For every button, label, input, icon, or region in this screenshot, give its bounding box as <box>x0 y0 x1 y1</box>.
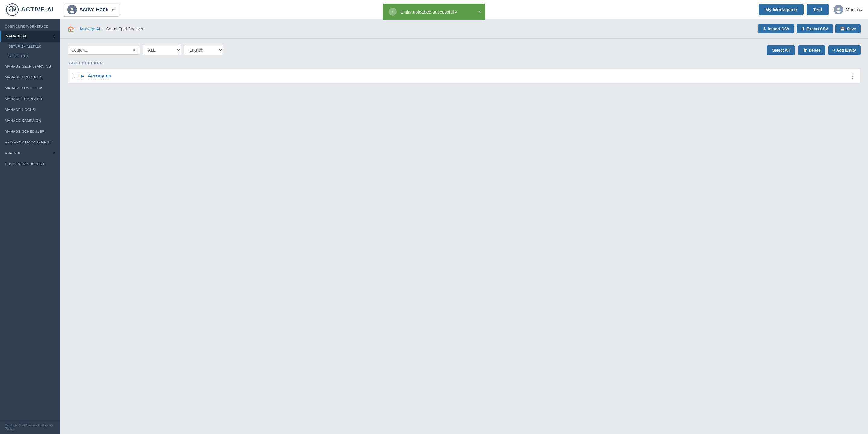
search-box: ✕ <box>67 45 140 55</box>
svg-point-6 <box>836 10 841 13</box>
breadcrumb: 🏠 | Manage AI | Setup SpellChecker <box>67 26 144 32</box>
sidebar-item-exigency-management[interactable]: EXIGENCY MANAGEMENT <box>0 137 60 148</box>
import-csv-button[interactable]: ⬇ Import CSV <box>758 24 794 33</box>
svg-point-5 <box>837 7 840 10</box>
sidebar-configure-section: CONFIGURE WORKSPACE <box>0 19 60 31</box>
filter-select[interactable]: ALL ACTIVE INACTIVE <box>143 44 181 56</box>
save-button[interactable]: 💾 Save <box>835 24 861 33</box>
spellchecker-section-title: SPELLCHECKER <box>67 61 861 65</box>
user-name-label: Morfeus <box>846 7 862 12</box>
logo-area: ACTIVE.AI <box>6 3 54 16</box>
my-workspace-button[interactable]: My Workspace <box>758 4 804 15</box>
language-select[interactable]: English Spanish French German <box>184 44 223 56</box>
svg-point-3 <box>71 7 73 10</box>
sidebar-item-manage-ai[interactable]: MANAGE AI › <box>0 31 60 41</box>
top-navigation: ACTIVE.AI Active Bank ▼ ✓ Entity uploade… <box>0 0 868 19</box>
svg-point-4 <box>70 10 74 13</box>
sidebar-item-manage-self-learning[interactable]: MANAGE SELF LEARNING <box>0 61 60 72</box>
sidebar-item-manage-products[interactable]: MANAGE PRODUCTS <box>0 72 60 83</box>
add-entity-button[interactable]: + Add Entity <box>828 45 861 55</box>
sidebar-item-manage-campaign[interactable]: MANAGE CAMPAIGN <box>0 115 60 126</box>
save-icon: 💾 <box>840 27 845 31</box>
test-button[interactable]: Test <box>807 4 829 15</box>
toast-check-icon: ✓ <box>389 8 397 16</box>
breadcrumb-manage-ai-link[interactable]: Manage AI <box>80 27 100 31</box>
svg-point-2 <box>12 7 16 11</box>
entity-row: ▶ Acronyms ⋮ <box>67 68 861 84</box>
sidebar-item-setup-smalltalk[interactable]: SETUP SMALLTALK <box>0 41 60 51</box>
entity-checkbox[interactable] <box>73 73 78 79</box>
main-content: 🏠 | Manage AI | Setup SpellChecker ⬇ Imp… <box>60 19 868 434</box>
toast-notification: ✓ Entity uploaded successfully × <box>383 4 485 20</box>
entity-expand-icon[interactable]: ▶ <box>81 74 84 79</box>
sidebar-item-manage-scheduler[interactable]: MANAGE SCHEDULER <box>0 126 60 137</box>
delete-button[interactable]: 🗑 Delete <box>798 45 825 55</box>
sidebar-item-analyse[interactable]: ANALYSE › <box>0 148 60 158</box>
toast-message: Entity uploaded successfully <box>400 9 457 14</box>
user-avatar-icon <box>834 5 843 14</box>
sidebar-item-manage-templates[interactable]: MANAGE TEMPLATES <box>0 93 60 104</box>
logo-icon <box>6 3 19 16</box>
sidebar-item-setup-faq[interactable]: SETUP FAQ <box>0 51 60 61</box>
select-all-button[interactable]: Select All <box>767 45 795 55</box>
export-csv-button[interactable]: ⬆ Export CSV <box>797 24 833 33</box>
breadcrumb-bar: 🏠 | Manage AI | Setup SpellChecker ⬇ Imp… <box>60 19 868 38</box>
entity-more-icon[interactable]: ⋮ <box>849 73 856 79</box>
sidebar-footer: Copyright © 2020 Active Intelligence Pte… <box>0 420 60 434</box>
breadcrumb-separator-2: | <box>103 27 104 31</box>
entity-name-label: Acronyms <box>88 73 846 79</box>
sidebar-analyse-arrow-icon: › <box>54 151 56 155</box>
delete-icon: 🗑 <box>803 48 807 53</box>
export-icon: ⬆ <box>801 27 805 31</box>
sidebar-item-manage-hooks[interactable]: MANAGE HOOKS <box>0 104 60 115</box>
content-area: ✕ ALL ACTIVE INACTIVE English Spanish Fr… <box>60 38 868 434</box>
bank-dropdown-arrow-icon: ▼ <box>111 7 115 12</box>
app-logo-text: ACTIVE.AI <box>21 6 54 13</box>
bank-selector[interactable]: Active Bank ▼ <box>63 3 119 17</box>
sidebar-arrow-icon: › <box>54 34 56 38</box>
search-clear-icon[interactable]: ✕ <box>132 48 136 53</box>
breadcrumb-home-icon[interactable]: 🏠 <box>67 26 74 32</box>
sidebar-item-customer-support[interactable]: CUSTOMER SUPPORT <box>0 158 60 169</box>
main-layout: CONFIGURE WORKSPACE MANAGE AI › SETUP SM… <box>0 19 868 434</box>
bank-avatar-icon <box>67 5 77 14</box>
breadcrumb-separator-1: | <box>76 27 78 31</box>
breadcrumb-current-page: Setup SpellChecker <box>106 27 144 31</box>
toast-close-button[interactable]: × <box>478 9 481 14</box>
toolbar-row: ✕ ALL ACTIVE INACTIVE English Spanish Fr… <box>67 44 861 56</box>
user-menu[interactable]: Morfeus <box>834 5 862 14</box>
search-input[interactable] <box>71 48 130 53</box>
sidebar-item-manage-functions[interactable]: MANAGE FUNCTIONS <box>0 83 60 93</box>
import-icon: ⬇ <box>763 27 766 31</box>
bank-name-label: Active Bank <box>79 7 108 13</box>
breadcrumb-actions: ⬇ Import CSV ⬆ Export CSV 💾 Save <box>758 24 861 33</box>
sidebar: CONFIGURE WORKSPACE MANAGE AI › SETUP SM… <box>0 19 60 434</box>
